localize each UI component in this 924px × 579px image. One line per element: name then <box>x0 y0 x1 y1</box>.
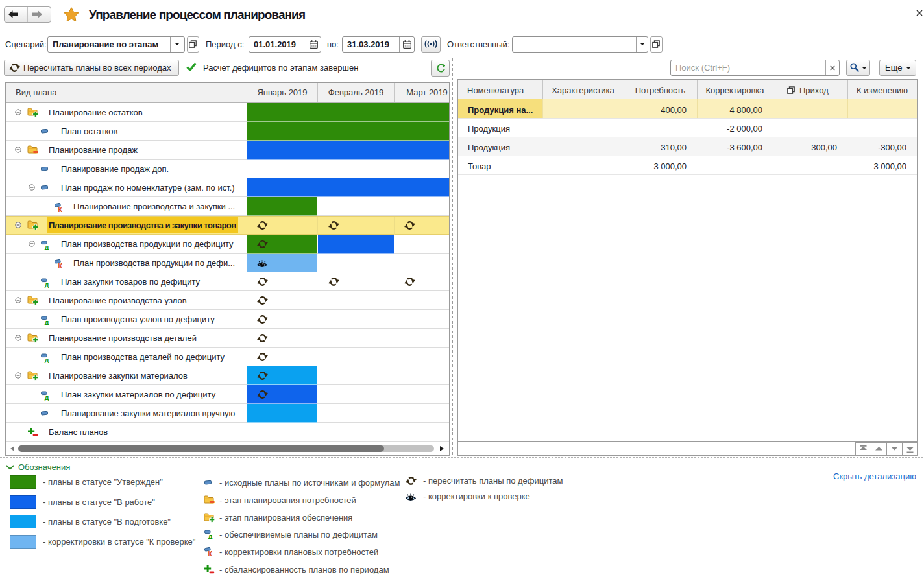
svg-text:д: д <box>208 532 213 540</box>
svg-text:д: д <box>45 394 49 401</box>
svg-text:К: К <box>58 262 62 270</box>
svg-text:д: д <box>45 281 49 289</box>
svg-text:К: К <box>208 550 212 558</box>
svg-text:д: д <box>45 243 49 251</box>
svg-text:К: К <box>58 206 62 213</box>
svg-text:д: д <box>45 318 49 326</box>
svg-text:д: д <box>45 356 49 364</box>
